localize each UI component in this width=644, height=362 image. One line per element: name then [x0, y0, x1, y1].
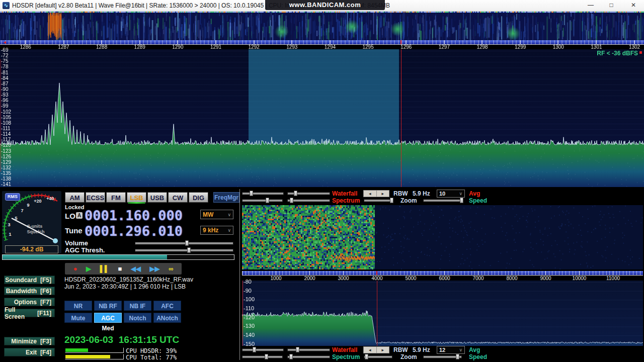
af-avg-select[interactable]: 12 ∨ — [437, 346, 465, 354]
rf-db-label: -126 — [1, 154, 11, 159]
rf-db-label: -108 — [1, 120, 11, 126]
hdsdr-window: ∿ HDSDR [default] v2.80 Beta11 | Wave Fi… — [0, 0, 644, 362]
close-button[interactable]: ✕ — [625, 0, 642, 11]
rf-waterfall-brightness-slider[interactable] — [242, 191, 284, 196]
af-db-label: -90 — [244, 287, 255, 296]
af-frequency-label: 11000 — [596, 276, 630, 280]
af-waterfall-brightness-slider[interactable] — [242, 347, 284, 352]
mode-button[interactable]: CW — [168, 192, 188, 203]
wav-progress-bar[interactable] — [2, 254, 234, 260]
menu-button[interactable]: Bandwidth[F6] — [4, 287, 55, 295]
af-spectrum-level-slider[interactable] — [242, 354, 283, 359]
rf-frequency-label: 1295 — [349, 44, 387, 49]
lo-frequency-display[interactable]: 0001.160.000 — [85, 208, 183, 223]
dsp-button[interactable]: NB IF — [124, 301, 151, 311]
menu-button[interactable]: Soundcard[F5] — [4, 276, 55, 284]
af-zoom-slider[interactable] — [364, 354, 392, 359]
dsp-button[interactable]: NR — [64, 301, 92, 311]
freqmgr-button[interactable]: FreqMgr — [213, 192, 239, 203]
dsp-button[interactable]: Mute — [64, 313, 92, 323]
lo-auto-badge[interactable]: A — [76, 212, 83, 219]
meter-mode-button[interactable]: RMS — [5, 193, 20, 201]
rf-db-label: -114 — [1, 131, 11, 137]
af-db-label: -110 — [244, 304, 255, 313]
rf-zoom-slider[interactable] — [364, 198, 392, 203]
af-spectrum-range-slider[interactable] — [287, 354, 330, 359]
rf-db-label: -132 — [1, 165, 11, 170]
band-select-value: MW — [203, 211, 213, 218]
mode-button[interactable]: LSB — [127, 192, 146, 203]
rf-frequency-label: 1302 — [615, 44, 644, 49]
playback-button[interactable]: ▶▶ — [149, 263, 159, 275]
menu-button[interactable]: Full Screen[F11] — [4, 309, 55, 317]
af-waterfall-contrast-slider[interactable] — [287, 347, 330, 352]
af-rbw-label: RBW — [393, 346, 408, 353]
dsp-button[interactable]: AFC — [153, 301, 181, 311]
mode-button[interactable]: AM — [65, 192, 85, 203]
rf-waterfall-contrast-slider[interactable] — [287, 191, 330, 196]
rf-db-label: -135 — [1, 170, 11, 176]
playback-button[interactable]: ● — [73, 263, 77, 275]
utc-clock: 2023-06-03 16:31:15 UTC — [64, 334, 179, 345]
playback-button[interactable]: ▌▌ — [100, 263, 109, 275]
mode-button[interactable]: FM — [106, 192, 126, 203]
rf-frequency-label: 1299 — [501, 44, 539, 49]
rf-waterfall-label[interactable]: Waterfall — [332, 190, 357, 197]
mode-button-row: AMECSSFMLSBUSBCWDIG — [65, 192, 208, 203]
playback-button[interactable]: ∞ — [169, 263, 173, 275]
af-db-label: -120 — [244, 313, 255, 322]
dsp-button[interactable]: AGC Med — [94, 313, 122, 323]
af-waterfall-label[interactable]: Waterfall — [332, 346, 357, 353]
af-frequency-label: 6000 — [428, 276, 461, 280]
rf-db-label: -72 — [1, 53, 11, 58]
playback-button[interactable]: ▶ — [86, 263, 91, 275]
menu-button[interactable]: Minimize[F3] — [4, 337, 55, 345]
playback-button[interactable]: ■ — [118, 263, 122, 275]
af-spectrum-canvas[interactable] — [242, 281, 643, 346]
af-speed-slider[interactable] — [423, 354, 462, 359]
band-select[interactable]: MW ∨ — [200, 210, 233, 219]
shift-right-button[interactable]: ▸ — [377, 347, 389, 353]
volume-slider[interactable] — [135, 240, 233, 246]
rf-frequency-label: 1297 — [425, 44, 463, 49]
menu-button[interactable]: Options[F7] — [4, 298, 55, 306]
rf-db-label: -99 — [1, 103, 11, 109]
maximize-button[interactable]: □ — [603, 0, 620, 11]
cpu-total-bar — [65, 354, 124, 359]
step-select-value: 9 kHz — [203, 227, 218, 234]
cpu-total-label: CPU Total: 77% — [126, 354, 177, 361]
tune-frequency-display[interactable]: 0001.296.010 — [85, 223, 183, 239]
agc-threshold-slider[interactable] — [135, 247, 233, 253]
rf-spectrum-canvas[interactable] — [0, 49, 644, 187]
mode-button[interactable]: ECSS — [86, 192, 105, 203]
menu-button[interactable]: Exit[F4] — [4, 348, 55, 356]
rf-speed-slider[interactable] — [423, 198, 462, 203]
rf-avg-select[interactable]: 10 ∨ — [437, 190, 465, 198]
rf-waterfall-canvas[interactable] — [0, 12, 644, 40]
rf-spectrum-level-slider[interactable] — [242, 198, 283, 203]
dsp-button[interactable]: NB RF — [94, 301, 122, 311]
mode-button[interactable]: DIG — [189, 192, 208, 203]
af-frequency-label: 9000 — [529, 276, 562, 280]
wav-file-name: HDSDR_20230602_195135Z_1160kHz_RF.wav — [64, 276, 193, 283]
dsp-button[interactable]: Notch — [124, 313, 151, 323]
af-waterfall-canvas[interactable] — [242, 205, 643, 269]
af-rbw-value: 5.9 Hz — [413, 346, 430, 353]
step-select[interactable]: 9 kHz ∨ — [200, 226, 233, 235]
mode-button[interactable]: USB — [147, 192, 167, 203]
rf-frequency-label: 1293 — [273, 44, 311, 49]
rf-spectrum-range-slider[interactable] — [287, 198, 330, 203]
af-spectrum-label[interactable]: Spectrum — [332, 353, 360, 360]
minimize-button[interactable]: — — [582, 0, 599, 11]
af-frequency-scale[interactable] — [242, 271, 643, 276]
cpu-total-fill — [65, 355, 110, 358]
dsp-button[interactable]: ANotch — [153, 313, 181, 323]
playback-button[interactable]: ◀◀ — [131, 263, 141, 275]
shift-left-button[interactable]: ◂ — [364, 191, 377, 197]
rf-spectrum-label[interactable]: Spectrum — [332, 197, 360, 204]
shift-left-button[interactable]: ◂ — [364, 347, 377, 353]
wav-progress-fill — [3, 255, 167, 259]
shift-right-button[interactable]: ▸ — [377, 191, 389, 197]
cpu-hdsdr-bar — [65, 347, 124, 353]
dsp-button-grid: NRNB RFNB IFAFCMuteAGC MedNotchANotch — [64, 301, 181, 323]
